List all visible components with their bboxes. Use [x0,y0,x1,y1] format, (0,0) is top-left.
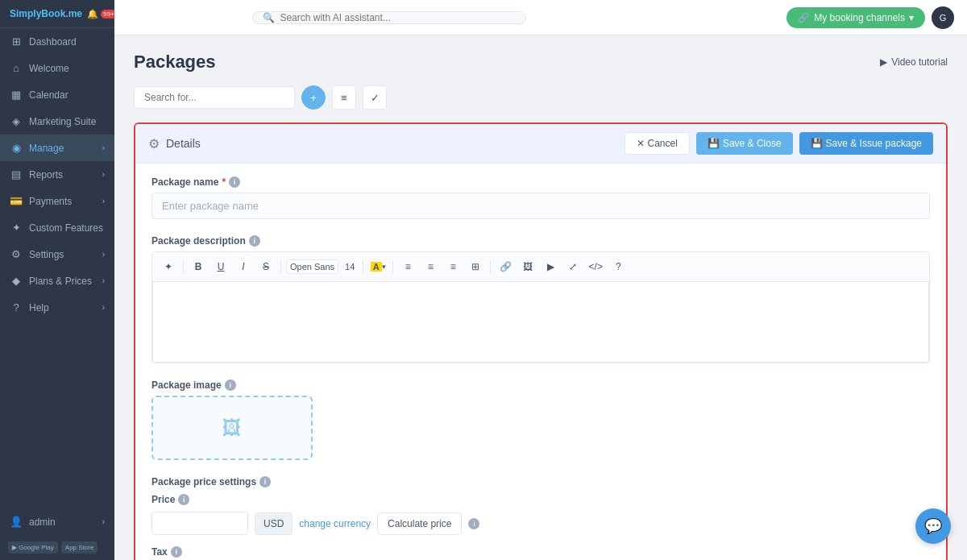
rte-sep-3 [363,260,363,273]
price-settings-info-icon[interactable]: i [259,476,271,487]
currency-badge: USD [255,512,293,535]
rte-bold-btn[interactable]: B [189,257,208,276]
sidebar-item-welcome[interactable]: ⌂ Welcome [0,55,114,81]
settings-chevron: › [102,250,105,259]
chat-bubble[interactable]: 💬 [915,508,951,544]
page-title: Packages [134,52,216,73]
package-image-section: Package image i 🖼 [151,380,930,460]
video-tutorial-label: Video tutorial [891,56,948,68]
sidebar-item-custom[interactable]: ✦ Custom Features [0,214,114,241]
store-badges: ▶ Google Play App Store [0,535,114,560]
rte-align-btn[interactable]: ≡ [443,257,463,276]
package-image-label: Package image i [151,380,930,391]
cancel-label: Cancel [648,138,678,149]
calculate-price-button[interactable]: Calculate price [377,512,462,535]
sidebar-label-help: Help [29,302,49,313]
sidebar-label-welcome: Welcome [29,63,69,74]
manage-chevron: › [102,143,105,152]
save-issue-button[interactable]: 💾 Save & Issue package [799,132,933,155]
sidebar-logo: SimplyBook.me 🔔 99+ 📋 [0,0,114,28]
rte-strikethrough-btn[interactable]: S [256,257,276,276]
price-info-icon[interactable]: i [178,494,189,505]
avatar-text: G [940,13,947,23]
rte-sep-1 [183,260,184,273]
add-package-button[interactable]: + [301,85,326,110]
check-view-button[interactable]: ✓ [363,85,387,110]
package-name-section: Package name * i [151,176,930,219]
calc-price-label: Calculate price [388,518,451,529]
save-close-button[interactable]: 💾 Save & Close [696,132,793,155]
topbar: 🔍 🔗 My booking channels ▾ G [114,0,967,35]
calc-info-icon[interactable]: i [468,518,479,529]
rte-ul-btn[interactable]: ≡ [398,257,417,276]
plans-icon: ◆ [10,275,23,287]
rte-link-btn[interactable]: 🔗 [496,257,515,276]
search-input[interactable] [280,12,516,23]
rte-image-btn[interactable]: 🖼 [518,257,537,276]
dashboard-icon: ⊞ [10,35,23,48]
sidebar-item-manage[interactable]: ◉ Manage › [0,135,114,161]
rte-code-btn[interactable]: </> [586,257,605,276]
rte-sep-5 [490,260,491,273]
required-asterisk: * [222,176,226,188]
form-body: Package name * i Package description i ✦ [135,164,946,560]
sidebar-item-reports[interactable]: ▤ Reports › [0,161,114,188]
booking-btn-label: My booking channels [814,12,905,23]
booking-chevron: ▾ [909,12,914,23]
rte-text-color-btn[interactable]: A ▾ [368,257,388,276]
save-icon: 💾 [708,138,720,149]
sidebar-item-admin[interactable]: 👤 admin › [0,508,114,535]
rte-fullscreen-btn[interactable]: ⤢ [563,257,583,276]
rte-table-btn[interactable]: ⊞ [466,257,485,276]
sidebar-bottom: 👤 admin › ▶ Google Play App Store [0,508,114,560]
calendar-icon: ▦ [10,89,23,101]
price-settings-section: Package price settings i Price i 0.00 US… [151,476,930,560]
sidebar-item-marketing[interactable]: ◈ Marketing Suite [0,108,114,135]
rte-underline-btn[interactable]: U [211,257,230,276]
rte-italic-btn[interactable]: I [234,257,253,276]
list-toolbar: + ≡ ✓ [134,85,948,110]
package-name-input[interactable] [151,193,930,219]
sidebar-item-payments[interactable]: 💳 Payments › [0,188,114,214]
price-input[interactable]: 0.00 [151,512,248,535]
sidebar-label-dashboard: Dashboard [29,36,77,48]
save-issue-icon: 💾 [811,138,823,149]
rte-video-btn[interactable]: ▶ [541,257,560,276]
change-currency-link[interactable]: change currency [299,518,371,529]
package-search-input[interactable] [134,86,295,109]
image-upload-area[interactable]: 🖼 [151,396,313,460]
sidebar-item-help[interactable]: ? Help › [0,294,114,321]
app-store-badge[interactable]: App Store [61,541,98,554]
package-image-info-icon[interactable]: i [225,380,236,391]
package-desc-info-icon[interactable]: i [249,235,260,247]
topbar-right: 🔗 My booking channels ▾ G [786,6,954,29]
rte-ol-btn[interactable]: ≡ [421,257,440,276]
tax-label: Tax i [151,546,930,558]
sidebar-item-calendar[interactable]: ▦ Calendar [0,81,114,108]
rte-content-area[interactable] [152,282,929,363]
payments-icon: 💳 [10,195,23,207]
video-tutorial-link[interactable]: ▶ Video tutorial [880,56,948,68]
reports-icon: ▤ [10,168,23,180]
package-name-info-icon[interactable]: i [229,176,240,188]
sidebar-item-dashboard[interactable]: ⊞ Dashboard [0,28,114,55]
search-bar[interactable]: 🔍 [252,11,526,24]
tax-info-icon[interactable]: i [171,546,182,558]
avatar: G [932,6,954,29]
form-panel: ⚙ Details ✕ Cancel 💾 Save & Close 💾 Save… [134,122,948,560]
sidebar-label-plans: Plans & Prices [29,276,92,287]
rte-font-family[interactable]: Open Sans [286,259,338,274]
google-play-badge[interactable]: ▶ Google Play [8,541,58,554]
package-description-label: Package description i [151,235,930,247]
booking-channels-button[interactable]: 🔗 My booking channels ▾ [786,7,925,28]
sidebar-item-plans[interactable]: ◆ Plans & Prices › [0,268,114,294]
rte-font-size: 14 [345,262,355,272]
list-view-button[interactable]: ≡ [332,85,356,110]
rich-text-editor[interactable]: ✦ B U I S Open Sans 14 A [151,251,930,363]
cancel-button[interactable]: ✕ Cancel [625,132,690,155]
rte-magic-btn[interactable]: ✦ [159,257,178,276]
sidebar-item-settings[interactable]: ⚙ Settings › [0,241,114,268]
search-icon: 🔍 [263,12,275,23]
custom-icon: ✦ [10,222,23,234]
rte-help-btn[interactable]: ? [608,257,628,276]
